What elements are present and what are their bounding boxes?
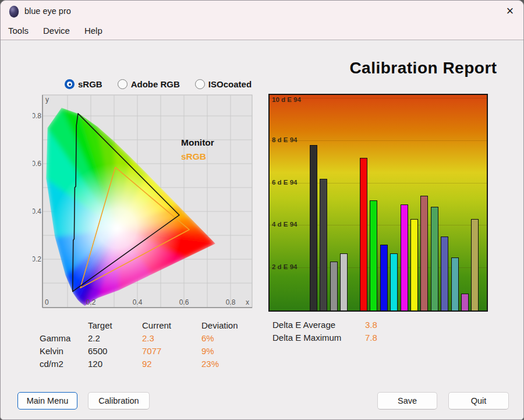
target-profile-radios: sRGBAdobe RGBISOcoated bbox=[65, 79, 252, 89]
window-title: blue eye pro bbox=[24, 6, 71, 16]
menu-bar: ToolsDeviceHelp bbox=[1, 22, 523, 40]
x-tick-label: 0.4 bbox=[133, 298, 143, 306]
delta-e-bar-rosy-brown bbox=[420, 196, 428, 310]
delta-e-bar-red bbox=[360, 158, 367, 310]
title-bar: blue eye pro × bbox=[1, 1, 523, 22]
target-value: 120 bbox=[88, 359, 102, 369]
radio-label: sRGB bbox=[78, 79, 102, 89]
menu-item-tools[interactable]: Tools bbox=[8, 26, 29, 36]
delta-e-bar-sea-green bbox=[431, 207, 438, 310]
close-button[interactable]: × bbox=[497, 1, 523, 21]
x-tick-label: 0.2 bbox=[86, 298, 96, 306]
delta-e-bar-dark-gray bbox=[320, 179, 327, 310]
menu-item-help[interactable]: Help bbox=[84, 26, 102, 36]
radio-selected-icon[interactable] bbox=[65, 79, 75, 89]
delta-label: Delta E Maximum bbox=[272, 333, 341, 343]
col-header-current: Current bbox=[142, 320, 171, 330]
delta-e-bar-cyan bbox=[390, 253, 398, 310]
target-value: 6500 bbox=[88, 346, 107, 356]
delta-e-bar-cadet-blue bbox=[451, 257, 459, 310]
chart-ytick-label: 6 d E 94 bbox=[272, 179, 297, 186]
page-title: Calibration Report bbox=[330, 59, 517, 77]
y-tick-label: 0.4 bbox=[33, 207, 41, 216]
delta-label: Delta E Average bbox=[272, 320, 335, 330]
main-menu-button[interactable]: Main Menu bbox=[17, 392, 77, 410]
delta-e-bar-slate-blue bbox=[441, 237, 448, 310]
legend-monitor-label: Monitor bbox=[181, 137, 214, 147]
cie-chromaticity-diagram: yx0.20.40.60.800.20.40.60.8MonitorsRGB bbox=[33, 93, 254, 312]
delta-value: 3.8 bbox=[365, 320, 377, 330]
chart-ytick-label: 10 d E 94 bbox=[272, 96, 301, 103]
current-value: 92 bbox=[142, 359, 152, 369]
report-content: sRGBAdobe RGBISOcoated Calibration Repor… bbox=[1, 40, 524, 420]
radio-unselected-icon[interactable] bbox=[118, 79, 128, 89]
y-tick-label: 0.6 bbox=[33, 160, 41, 168]
chart-ytick-label: 8 d E 94 bbox=[272, 136, 297, 143]
col-header-deviation: Deviation bbox=[201, 320, 238, 330]
chart-ytick-label: 2 d E 94 bbox=[272, 263, 297, 270]
deviation-value: 9% bbox=[201, 346, 214, 356]
delta-e-bar-light-gray bbox=[340, 253, 348, 310]
target-value: 2.2 bbox=[88, 333, 100, 343]
deviation-value: 23% bbox=[201, 359, 219, 369]
current-value: 7077 bbox=[142, 346, 161, 356]
app-egg-icon bbox=[8, 4, 20, 18]
row-label: Gamma bbox=[40, 333, 70, 343]
chart-gridline bbox=[270, 140, 487, 141]
legend-srgb-label: sRGB bbox=[181, 151, 206, 161]
radio-isocoated[interactable]: ISOcoated bbox=[195, 79, 252, 89]
radio-label: ISOcoated bbox=[208, 79, 252, 89]
chart-ytick-label: 4 d E 94 bbox=[272, 221, 297, 228]
col-header-target: Target bbox=[88, 320, 112, 330]
row-label: Kelvin bbox=[40, 346, 63, 356]
chart-gridline bbox=[270, 98, 487, 98]
app-window: blue eye pro × ToolsDeviceHelp sRGBAdobe… bbox=[0, 0, 524, 420]
row-label: cd/m2 bbox=[40, 359, 63, 369]
x-tick-label: 0 bbox=[45, 298, 49, 306]
chart-gridline bbox=[270, 183, 487, 183]
deviation-value: 6% bbox=[201, 333, 214, 343]
x-axis-title: x bbox=[246, 298, 249, 306]
y-tick-label: 0.8 bbox=[33, 112, 41, 120]
delta-value: 7.8 bbox=[365, 333, 377, 343]
delta-e-bar-yellow bbox=[410, 219, 418, 310]
radio-adobe-rgb[interactable]: Adobe RGB bbox=[118, 79, 180, 89]
close-icon: × bbox=[507, 3, 514, 19]
delta-e-bar-dark-khaki bbox=[471, 219, 479, 310]
radio-srgb[interactable]: sRGB bbox=[65, 79, 102, 89]
delta-e-bar-gray bbox=[330, 262, 338, 310]
radio-label: Adobe RGB bbox=[131, 79, 180, 89]
current-value: 2.3 bbox=[142, 333, 154, 343]
y-axis-title: y bbox=[45, 96, 49, 104]
menu-item-device[interactable]: Device bbox=[43, 26, 70, 36]
delta-e-bar-orchid bbox=[461, 294, 469, 310]
radio-unselected-icon[interactable] bbox=[195, 79, 205, 89]
quit-button[interactable]: Quit bbox=[448, 392, 509, 410]
chart-gridline bbox=[270, 225, 487, 225]
delta-e-bar-magenta bbox=[401, 204, 408, 310]
calibration-button[interactable]: Calibration bbox=[88, 392, 150, 410]
x-tick-label: 0.8 bbox=[226, 298, 236, 306]
delta-e-bar-chart: 10 d E 948 d E 946 d E 944 d E 942 d E 9… bbox=[268, 94, 488, 312]
delta-e-bar-green bbox=[370, 200, 377, 310]
delta-e-bar-blue bbox=[380, 245, 388, 310]
save-button[interactable]: Save bbox=[377, 392, 437, 410]
delta-e-bar-black bbox=[310, 145, 317, 310]
x-tick-label: 0.6 bbox=[179, 298, 189, 306]
y-tick-label: 0.2 bbox=[33, 255, 41, 263]
